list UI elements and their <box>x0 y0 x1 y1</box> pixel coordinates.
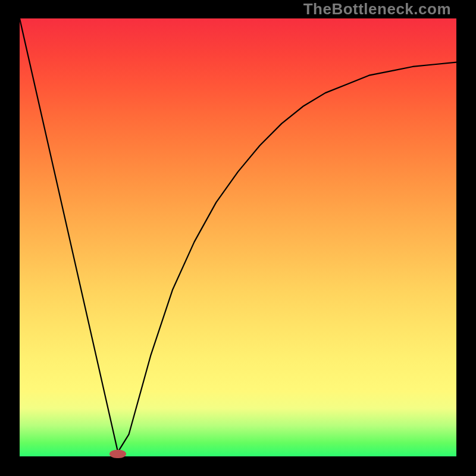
plot-area <box>20 18 456 456</box>
attribution-text: TheBottleneck.com <box>303 0 451 18</box>
curve-svg <box>20 18 456 456</box>
curve-path <box>20 18 456 452</box>
chart-frame: TheBottleneck.com <box>0 0 476 476</box>
